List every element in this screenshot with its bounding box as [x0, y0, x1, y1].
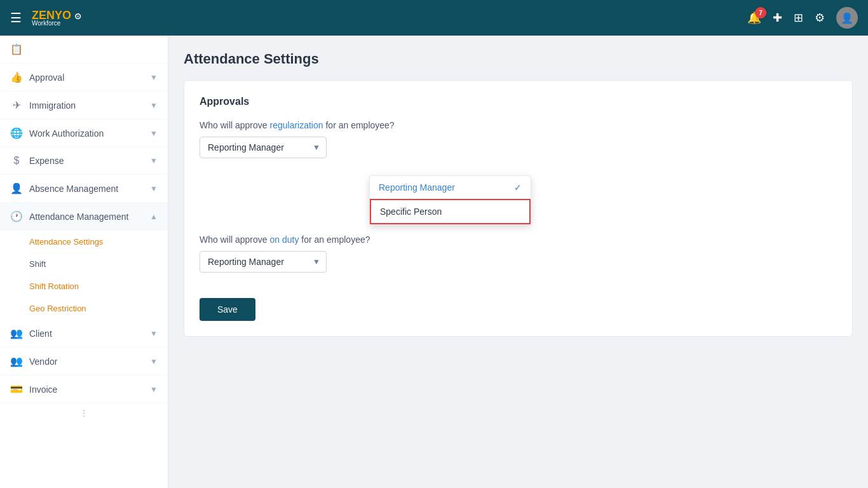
vendor-icon: 👥 [10, 355, 23, 367]
section-title: Approvals [200, 96, 837, 107]
save-section: Save [200, 288, 837, 321]
immigration-chevron: ▼ [150, 101, 158, 110]
regularization-select[interactable]: Reporting Manager Specific Person [200, 137, 327, 158]
on-duty-label: Who will approve on duty for an employee… [200, 234, 837, 245]
shift-label: Shift [29, 259, 46, 269]
absence-icon: 👤 [10, 182, 23, 194]
user-avatar[interactable]: 👤 [836, 7, 858, 29]
regularization-highlight: regularization [270, 120, 323, 130]
work-auth-icon: 🌐 [10, 127, 23, 139]
attendance-chevron: ▲ [150, 212, 158, 221]
sidebar-sub-geo-restriction[interactable]: Geo Restriction [0, 297, 168, 320]
invoice-icon: 💳 [10, 383, 23, 395]
sidebar-item-immigration[interactable]: ✈ Immigration ▼ [0, 92, 168, 119]
regularization-label: Who will approve regularization for an e… [200, 120, 837, 130]
topnav-right: 🔔 7 ✚ ⊞ ⚙ 👤 [747, 7, 858, 29]
settings-gear-icon[interactable]: ⚙ [815, 11, 825, 25]
expense-icon: $ [10, 155, 23, 166]
sidebar-item-approval[interactable]: 👍 Approval ▼ [0, 64, 168, 92]
sidebar-sub-attendance-settings[interactable]: Attendance Settings [0, 231, 168, 253]
on-duty-label-suffix: for an employee? [299, 234, 370, 245]
sidebar-item-client[interactable]: 👥 Client ▼ [0, 320, 168, 348]
attendance-icon: 🕐 [10, 210, 23, 222]
sidebar-item-attendance-management[interactable]: 🕐 Attendance Management ▲ [0, 203, 168, 231]
immigration-label: Immigration [29, 100, 76, 111]
invoice-chevron: ▼ [150, 385, 158, 394]
expense-label: Expense [29, 156, 64, 166]
sidebar-item-expense[interactable]: $ Expense ▼ [0, 147, 168, 175]
sidebar-item-invoice[interactable]: 💳 Invoice ▼ [0, 376, 168, 403]
on-duty-select-wrapper: Reporting Manager Specific Person ▼ [200, 251, 327, 273]
top-navigation: ☰ ZENYO ⊙ Workforce 🔔 7 ✚ ⊞ ⚙ 👤 [0, 0, 868, 36]
dropdown-item-specific-person[interactable]: Specific Person [370, 199, 531, 224]
invoice-label: Invoice [29, 384, 57, 395]
sidebar-top-icon: 📋 [10, 43, 23, 55]
settings-card: Approvals Who will approve regularizatio… [184, 80, 853, 337]
notification-bell[interactable]: 🔔 7 [747, 11, 761, 25]
expense-chevron: ▼ [150, 156, 158, 165]
notification-badge: 7 [755, 7, 766, 18]
work-auth-label: Work Authorization [29, 128, 104, 139]
geo-restriction-label: Geo Restriction [29, 304, 86, 313]
regularization-field-group: Who will approve regularization for an e… [200, 120, 837, 158]
approval-label: Approval [29, 72, 64, 83]
dropdown-reporting-manager-label: Reporting Manager [379, 182, 455, 193]
attendance-settings-label: Attendance Settings [29, 237, 103, 247]
approval-chevron: ▼ [150, 73, 158, 82]
client-label: Client [29, 329, 52, 339]
dropdown-menu: Reporting Manager ✓ Specific Person [369, 175, 531, 225]
vendor-chevron: ▼ [150, 357, 158, 366]
main-content: Attendance Settings Approvals Who will a… [168, 36, 868, 488]
work-auth-chevron: ▼ [150, 129, 158, 138]
on-duty-label-prefix: Who will approve [200, 234, 270, 245]
sidebar-item-top-hidden[interactable]: 📋 [0, 36, 168, 64]
on-duty-field-group: Who will approve on duty for an employee… [200, 234, 837, 273]
regularization-select-wrapper: Reporting Manager Specific Person ▼ [200, 137, 327, 158]
add-button-icon[interactable]: ✚ [773, 11, 782, 25]
sidebar-sub-shift-rotation[interactable]: Shift Rotation [0, 275, 168, 297]
regularization-label-suffix: for an employee? [323, 120, 395, 130]
hamburger-menu-icon[interactable]: ☰ [10, 10, 22, 25]
client-icon: 👥 [10, 327, 23, 339]
absence-label: Absence Management [29, 184, 118, 194]
regularization-label-prefix: Who will approve [200, 120, 270, 130]
attendance-label: Attendance Management [29, 212, 128, 222]
approval-icon: 👍 [10, 71, 23, 83]
page-title: Attendance Settings [184, 51, 853, 67]
check-icon: ✓ [514, 182, 522, 193]
sidebar-item-absence-management[interactable]: 👤 Absence Management ▼ [0, 175, 168, 203]
client-chevron: ▼ [150, 329, 158, 338]
dropdown-item-reporting-manager[interactable]: Reporting Manager ✓ [370, 176, 531, 199]
apps-grid-icon[interactable]: ⊞ [794, 11, 803, 25]
sidebar-scroll-down[interactable]: ⋮ [0, 403, 168, 423]
on-duty-select[interactable]: Reporting Manager Specific Person [200, 251, 327, 273]
save-button[interactable]: Save [200, 298, 255, 321]
dropdown-specific-person-label: Specific Person [380, 207, 442, 217]
sidebar-item-vendor[interactable]: 👥 Vendor ▼ [0, 348, 168, 376]
sidebar-sub-shift[interactable]: Shift [0, 253, 168, 275]
topnav-left: ☰ ZENYO ⊙ Workforce [10, 9, 81, 27]
immigration-icon: ✈ [10, 99, 23, 111]
sidebar-item-work-authorization[interactable]: 🌐 Work Authorization ▼ [0, 119, 168, 147]
vendor-label: Vendor [29, 356, 57, 367]
shift-rotation-label: Shift Rotation [29, 281, 79, 291]
main-layout: 📋 👍 Approval ▼ ✈ Immigration ▼ 🌐 Work [0, 36, 868, 488]
on-duty-highlight: on duty [270, 234, 299, 245]
absence-chevron: ▼ [150, 184, 158, 193]
logo: ZENYO ⊙ Workforce [32, 9, 81, 27]
sidebar: 📋 👍 Approval ▼ ✈ Immigration ▼ 🌐 Work [0, 36, 168, 488]
